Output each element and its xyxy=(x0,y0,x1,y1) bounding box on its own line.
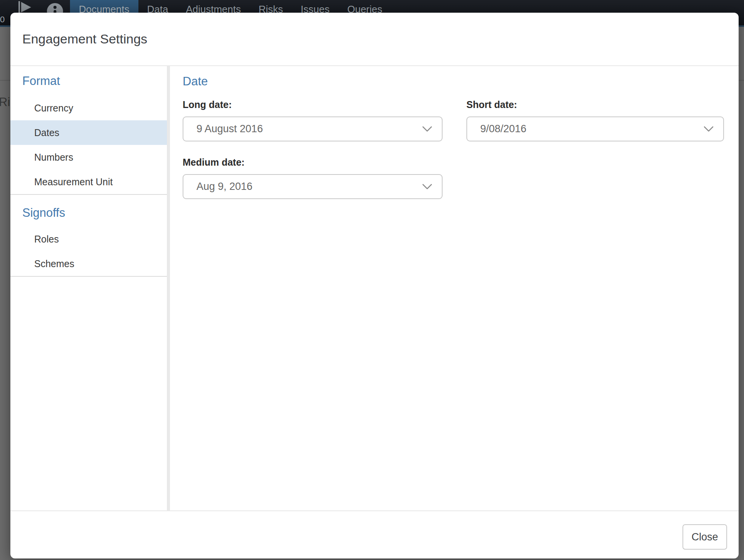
long-date-label: Long date: xyxy=(183,99,443,110)
medium-date-value: Aug 9, 2016 xyxy=(196,181,422,193)
sidebar-item-roles[interactable]: Roles xyxy=(10,227,167,251)
long-date-value: 9 August 2016 xyxy=(196,123,422,135)
sidebar-section-format: Format xyxy=(10,75,167,87)
sidebar-section-divider xyxy=(10,276,167,277)
long-date-select[interactable]: 9 August 2016 xyxy=(183,116,443,141)
chevron-down-icon xyxy=(703,126,714,133)
sidebar-item-dates[interactable]: Dates xyxy=(10,120,167,145)
dialog-header: Engagement Settings xyxy=(10,13,739,66)
dialog-footer: Close xyxy=(10,510,739,558)
sidebar-section-divider xyxy=(10,194,167,195)
short-date-select[interactable]: 9/08/2016 xyxy=(466,116,724,141)
sidebar-item-numbers[interactable]: Numbers xyxy=(10,145,167,169)
sidebar-section-signoffs: Signoffs xyxy=(10,207,167,219)
chevron-down-icon xyxy=(422,183,433,190)
navbar-partial-number: 0 xyxy=(0,15,5,25)
dialog-title: Engagement Settings xyxy=(22,32,147,47)
chevron-down-icon xyxy=(422,126,433,133)
background-partial-text: Ri xyxy=(0,95,10,109)
short-date-field: Short date: 9/08/2016 xyxy=(466,99,724,141)
close-button[interactable]: Close xyxy=(682,524,727,550)
medium-date-field: Medium date: Aug 9, 2016 xyxy=(183,157,443,199)
engagement-settings-dialog: Engagement Settings Format Currency Date… xyxy=(10,13,739,558)
dialog-body: Format Currency Dates Numbers Measuremen… xyxy=(10,66,739,510)
long-date-field: Long date: 9 August 2016 xyxy=(183,99,443,141)
short-date-label: Short date: xyxy=(466,99,724,110)
sidebar-item-measurement-unit[interactable]: Measurement Unit xyxy=(10,169,167,194)
sidebar-item-currency[interactable]: Currency xyxy=(10,96,167,120)
date-settings-panel: Date Long date: 9 August 2016 Short d xyxy=(170,66,739,510)
medium-date-select[interactable]: Aug 9, 2016 xyxy=(183,174,443,199)
panel-heading: Date xyxy=(183,75,739,88)
settings-sidebar: Format Currency Dates Numbers Measuremen… xyxy=(10,66,170,510)
short-date-value: 9/08/2016 xyxy=(480,123,703,135)
sidebar-item-schemes[interactable]: Schemes xyxy=(10,251,167,276)
medium-date-label: Medium date: xyxy=(183,157,443,168)
